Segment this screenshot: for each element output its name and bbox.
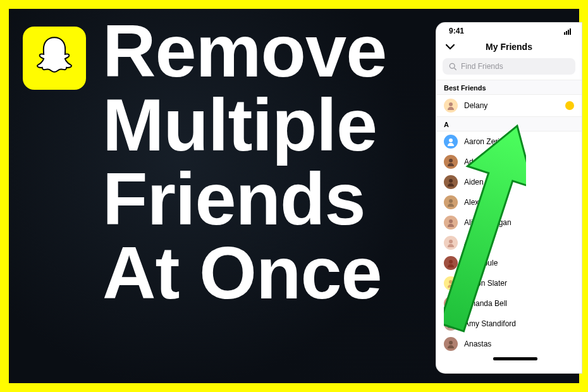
friend-name: Alison Brogan — [464, 218, 511, 227]
friend-row[interactable]: Amanda Bell — [436, 293, 582, 314]
phone-mockup: 9:41 My Friends Find Friends Best Friend… — [436, 23, 582, 373]
svg-point-12 — [449, 240, 453, 243]
svg-rect-1 — [566, 31, 567, 35]
friend-name: Delany — [464, 101, 487, 110]
friend-row[interactable]: Ally Soule — [436, 253, 582, 273]
friend-row[interactable]: Anastas — [436, 334, 582, 354]
avatar — [444, 236, 458, 250]
friend-name: Aiden Munez — [464, 178, 508, 187]
svg-point-14 — [449, 280, 453, 284]
signal-icon — [564, 28, 573, 35]
avatar — [444, 175, 458, 189]
back-chevron-icon[interactable] — [445, 43, 455, 53]
friend-name: Alston Slater — [464, 279, 507, 288]
friend-name: Alex M — [464, 198, 487, 207]
search-placeholder: Find Friends — [461, 62, 503, 71]
search-icon — [449, 63, 457, 71]
svg-point-4 — [450, 63, 455, 68]
avatar — [444, 155, 458, 169]
svg-point-11 — [449, 219, 453, 223]
avatar — [444, 256, 458, 270]
avatar — [444, 135, 458, 149]
friend-row[interactable]: Alston Slater — [436, 273, 582, 293]
svg-point-17 — [449, 341, 453, 345]
friend-name: Anastas — [464, 340, 491, 348]
friend-row[interactable]: Delany — [436, 95, 582, 116]
friend-row[interactable]: Aaron Zeri — [436, 132, 582, 152]
friend-name: Aaron Zeri — [464, 137, 499, 146]
friend-row[interactable]: Aiden Munez — [436, 172, 582, 192]
status-time: 9:41 — [449, 27, 464, 35]
status-bar: 9:41 — [436, 23, 582, 37]
svg-point-13 — [449, 260, 453, 264]
avatar — [444, 297, 458, 310]
friend-name: Allie — [464, 238, 479, 247]
nav-header: My Friends — [436, 37, 582, 58]
snapchat-logo — [23, 27, 86, 90]
ghost-icon — [30, 34, 79, 83]
friend-row[interactable]: Alex M — [436, 192, 582, 212]
thumbnail-frame: Remove Multiple Friends At Once 9:41 My … — [0, 0, 588, 392]
avatar — [444, 317, 458, 331]
section-best-friends: Best Friends — [436, 80, 582, 95]
headline-text: Remove Multiple Friends At Once — [102, 14, 386, 310]
friend-row[interactable]: Alison Brogan — [436, 212, 582, 233]
section-a: A — [436, 116, 582, 132]
status-indicators — [564, 27, 573, 35]
avatar — [444, 99, 458, 113]
svg-line-5 — [454, 68, 456, 70]
best-friend-badge-icon — [565, 101, 574, 110]
svg-rect-3 — [570, 28, 571, 35]
avatar — [444, 216, 458, 230]
avatar — [444, 195, 458, 209]
friend-name: Amanda Bell — [464, 299, 507, 308]
search-input[interactable]: Find Friends — [443, 58, 575, 75]
avatar — [444, 276, 458, 290]
friend-row[interactable]: Amy Standiford — [436, 314, 582, 334]
page-title: My Friends — [486, 42, 532, 52]
svg-point-7 — [449, 138, 453, 142]
friend-row[interactable]: Allie — [436, 233, 582, 253]
svg-point-9 — [449, 179, 453, 183]
svg-point-6 — [449, 102, 453, 106]
svg-point-15 — [449, 300, 453, 304]
svg-point-16 — [449, 321, 453, 324]
svg-point-8 — [449, 159, 453, 162]
redaction-bar — [493, 357, 537, 360]
svg-rect-2 — [568, 30, 569, 35]
friend-name: Amy Standiford — [464, 319, 516, 328]
svg-point-10 — [449, 199, 453, 203]
svg-rect-0 — [564, 32, 565, 35]
friend-row[interactable]: Adam McDonald — [436, 152, 582, 172]
avatar — [444, 337, 458, 351]
friend-name: Ally Soule — [464, 259, 498, 267]
friend-name: Adam McDonald — [464, 157, 520, 166]
